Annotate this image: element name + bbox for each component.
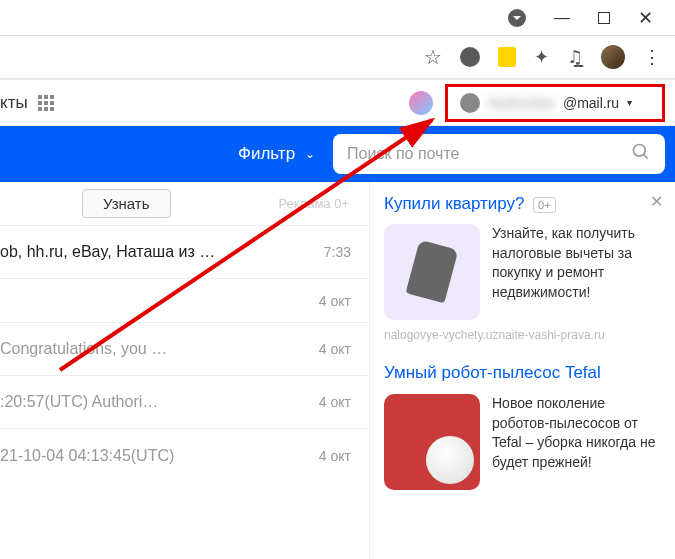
projects-label[interactable]: кты bbox=[0, 93, 28, 113]
assistant-icon[interactable] bbox=[409, 91, 433, 115]
ad-age-badge: 0+ bbox=[533, 197, 556, 213]
yandex-bookmark-icon[interactable] bbox=[498, 47, 516, 67]
bookmark-star-icon[interactable]: ☆ bbox=[424, 45, 442, 69]
mail-time: 7:33 bbox=[324, 244, 351, 260]
window-controls: — ✕ bbox=[0, 0, 675, 36]
main-area: Узнать Реклама 0+ ob, hh.ru, eBay, Наташ… bbox=[0, 182, 675, 559]
promo-button[interactable]: Узнать bbox=[82, 189, 171, 218]
top-nav: кты hardrocker @mail.ru ▾ bbox=[0, 80, 675, 126]
mail-item[interactable]: 4 окт bbox=[0, 279, 369, 323]
profile-avatar[interactable] bbox=[601, 45, 625, 69]
ad-text: Новое поколение роботов-пылесосов от Tef… bbox=[492, 394, 661, 490]
mail-sender: ob, hh.ru, eBay, Наташа из … bbox=[0, 243, 215, 261]
mail-item[interactable]: ob, hh.ru, eBay, Наташа из … 7:33 bbox=[0, 226, 369, 279]
action-bar: Фильтр ⌄ bbox=[0, 126, 675, 182]
ad-source: nalogovye-vychety.uznaite-vashi-prava.ru bbox=[384, 328, 661, 342]
close-button[interactable]: ✕ bbox=[638, 7, 653, 29]
mail-item[interactable]: Congratulations, you … 4 окт bbox=[0, 323, 369, 376]
mail-item[interactable]: :20:57(UTC) Authori… 4 окт bbox=[0, 376, 369, 429]
mail-time: 4 окт bbox=[319, 293, 351, 309]
close-ads-icon[interactable]: ✕ bbox=[650, 192, 663, 211]
mail-time: 4 окт bbox=[319, 341, 351, 357]
search-input[interactable] bbox=[347, 145, 631, 163]
ad-image bbox=[384, 224, 480, 320]
search-icon[interactable] bbox=[631, 142, 651, 167]
ad-text: Узнайте, как получить налоговые вычеты з… bbox=[492, 224, 661, 320]
extensions-icon[interactable]: ✦ bbox=[534, 46, 549, 68]
menu-dots-icon[interactable]: ⋮ bbox=[643, 46, 661, 68]
dropdown-icon[interactable] bbox=[508, 9, 526, 27]
mail-time: 4 окт bbox=[319, 448, 351, 464]
promo-row: Узнать Реклама 0+ bbox=[0, 182, 369, 226]
apps-grid-icon[interactable] bbox=[38, 95, 54, 111]
account-avatar-icon bbox=[460, 93, 480, 113]
filter-label: Фильтр bbox=[238, 144, 295, 164]
svg-line-1 bbox=[644, 154, 648, 158]
ad-block[interactable]: Купили квартиру? 0+ Узнайте, как получит… bbox=[384, 194, 661, 342]
account-dropdown[interactable]: hardrocker @mail.ru ▾ bbox=[445, 84, 665, 122]
mail-list: Узнать Реклама 0+ ob, hh.ru, eBay, Наташ… bbox=[0, 182, 370, 559]
mail-time: 4 окт bbox=[319, 394, 351, 410]
ads-sidebar: ✕ Купили квартиру? 0+ Узнайте, как получ… bbox=[370, 182, 675, 559]
mail-sender: Congratulations, you … bbox=[0, 340, 167, 358]
mail-sender: :20:57(UTC) Authori… bbox=[0, 393, 158, 411]
account-domain: @mail.ru bbox=[563, 95, 619, 111]
minimize-button[interactable]: — bbox=[554, 9, 570, 27]
music-icon[interactable]: ♫̲ bbox=[567, 46, 583, 68]
mail-item[interactable]: 21-10-04 04:13:45(UTC) 4 окт bbox=[0, 429, 369, 482]
filter-button[interactable]: Фильтр ⌄ bbox=[238, 144, 315, 164]
chevron-down-icon: ⌄ bbox=[305, 147, 315, 161]
ad-block[interactable]: Умный робот-пылесос Tefal Новое поколени… bbox=[384, 362, 661, 490]
ad-title: Купили квартиру? bbox=[384, 194, 525, 213]
caret-down-icon: ▾ bbox=[627, 97, 632, 108]
ad-title: Умный робот-пылесос Tefal bbox=[384, 362, 661, 384]
browser-toolbar: ☆ ✦ ♫̲ ⋮ bbox=[0, 36, 675, 80]
svg-point-0 bbox=[634, 144, 646, 156]
promo-ad-label: Реклама 0+ bbox=[278, 196, 349, 211]
maximize-button[interactable] bbox=[598, 12, 610, 24]
search-box[interactable] bbox=[333, 134, 665, 174]
ad-image bbox=[384, 394, 480, 490]
mail-sender: 21-10-04 04:13:45(UTC) bbox=[0, 447, 174, 465]
account-username: hardrocker bbox=[488, 95, 555, 111]
extension-circle-icon[interactable] bbox=[460, 47, 480, 67]
